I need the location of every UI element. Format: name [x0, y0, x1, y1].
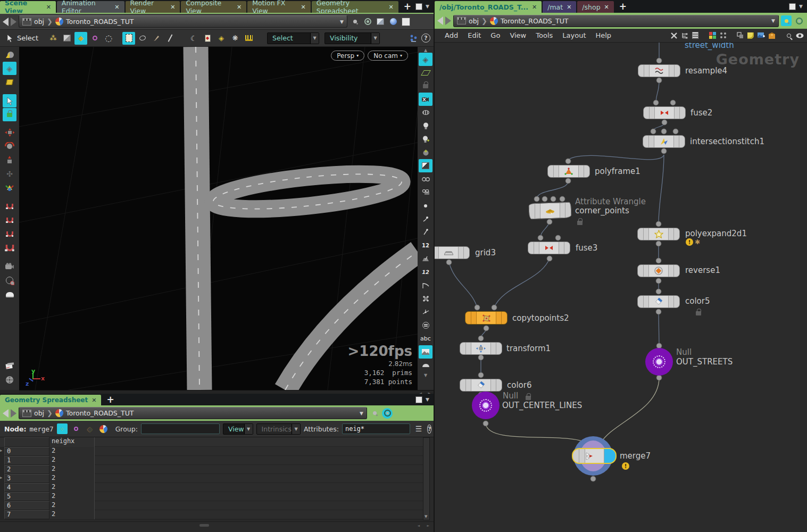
scrollbar-handle[interactable] [199, 524, 209, 527]
close-icon[interactable]: ✕ [114, 4, 119, 11]
snap-point-icon[interactable] [3, 227, 16, 240]
view-mode-dropdown[interactable]: View▼ [223, 423, 253, 435]
select-visible-only-icon[interactable]: ☾ [187, 32, 200, 45]
tab-motion-fx-view[interactable]: Motion FX View✕ [247, 1, 311, 13]
breadcrumb-context[interactable]: obj [469, 17, 479, 25]
lasso-select-icon[interactable] [136, 32, 149, 45]
scroll-down-icon[interactable]: ▼ [425, 514, 427, 519]
tab-render-view[interactable]: Render View✕ [126, 1, 180, 13]
forward-button[interactable] [11, 409, 16, 418]
close-icon[interactable]: ✕ [91, 397, 96, 404]
camera-tool-icon[interactable] [3, 260, 16, 273]
color-palette-icon[interactable] [707, 30, 718, 41]
stereo-box-icon[interactable] [419, 186, 432, 199]
background-image-add-icon[interactable] [756, 30, 767, 41]
close-icon[interactable]: ✕ [237, 4, 242, 11]
menu-edit[interactable]: Edit [463, 31, 486, 39]
show-points-icon[interactable] [419, 199, 432, 212]
tool-secure-selection-icon[interactable] [3, 108, 16, 121]
breadcrumb-node[interactable]: Toronto_ROADS_TUT [501, 17, 568, 25]
display-options-sphere-icon[interactable] [388, 16, 398, 27]
close-icon[interactable]: ✕ [532, 4, 537, 11]
prim-hulls-icon[interactable] [419, 279, 432, 292]
vector-display-icon[interactable] [419, 305, 432, 319]
shading-mode-icon[interactable] [419, 159, 432, 172]
scroll-right-icon[interactable]: ► [427, 523, 429, 527]
visibility-dropdown[interactable]: Visibility▼ [325, 32, 380, 44]
node-out-center-lines[interactable] [472, 392, 500, 419]
back-button[interactable] [437, 16, 443, 25]
snap-curve-icon[interactable] [3, 213, 16, 227]
path-dropdown-icon[interactable]: ▼ [771, 18, 775, 23]
spreadsheet-table[interactable]: neighx ▶02 12 22 ▶32 42 52 62 72 [0, 437, 423, 520]
select-whole-geometry-icon[interactable]: ◈ [215, 32, 228, 45]
select-fully-contained-icon[interactable]: ◆ [201, 32, 214, 45]
display-packed-icon[interactable] [3, 76, 16, 89]
close-icon[interactable]: ✕ [46, 4, 51, 11]
tool-pose-icon[interactable]: ✣ [3, 167, 16, 180]
takes-notes-icon[interactable] [3, 359, 16, 372]
default-lighting-icon[interactable] [419, 119, 432, 132]
pin-pane-icon[interactable] [350, 16, 360, 27]
headlight-icon[interactable] [419, 106, 432, 119]
help-icon[interactable]: ? [421, 34, 430, 43]
prim-breakpoints-icon[interactable] [419, 292, 432, 305]
path-breadcrumb[interactable]: obj ❯ Toronto_ROADS_TUT ▼ [19, 407, 367, 419]
link-group-icon[interactable] [382, 408, 393, 419]
shape-palette-icon[interactable] [718, 30, 728, 41]
tab-animation-editor[interactable]: Animation Editor✕ [57, 1, 124, 13]
table-row[interactable]: 52 [0, 492, 423, 501]
show-points-attrs-icon[interactable]: ⁘ [57, 423, 68, 434]
close-icon[interactable]: ✕ [389, 4, 394, 11]
select-by-normal-icon[interactable]: ❋ [229, 32, 242, 45]
dropdown-arrow-icon[interactable]: ▼ [244, 424, 253, 434]
column-header-neighx[interactable]: neighx [49, 437, 95, 447]
tab-scene-view[interactable]: Scene View✕ [0, 1, 56, 13]
prim-normals-icon[interactable] [419, 252, 432, 265]
asset-box-icon[interactable] [767, 30, 777, 41]
network-canvas[interactable]: Geometry street_width [435, 43, 807, 532]
color-swatch-icon[interactable] [401, 16, 411, 27]
select-vertices-icon[interactable] [88, 32, 101, 45]
link-group-icon[interactable] [362, 16, 373, 27]
table-row[interactable]: 42 [0, 483, 423, 492]
attributes-input[interactable] [342, 423, 410, 434]
path-breadcrumb[interactable]: obj ❯ Toronto_ROADS_TUT ▼ [453, 15, 779, 27]
select-edges-icon[interactable] [61, 32, 73, 45]
group-list-icon[interactable] [419, 319, 432, 332]
toolbar-options-icon[interactable] [407, 32, 420, 45]
display-group-icon[interactable] [3, 48, 16, 61]
shadows-icon[interactable] [419, 146, 432, 159]
table-row[interactable]: 22 [0, 465, 423, 474]
text-overlay-icon[interactable]: abc [419, 332, 432, 345]
point-normals-icon[interactable] [419, 226, 432, 239]
node-fuse2[interactable] [643, 106, 686, 119]
tool-handles-icon[interactable] [3, 181, 16, 194]
tab-composite-view[interactable]: Composite View✕ [181, 1, 246, 13]
node-color5[interactable] [637, 295, 680, 308]
new-tab-button[interactable]: + [102, 394, 118, 405]
show-detail-attrs-icon[interactable] [98, 423, 109, 434]
spreadsheet-hscrollbar[interactable]: ◄ ► [0, 521, 434, 529]
node-intersectionstitch1[interactable] [643, 135, 685, 148]
warning-badge-icon[interactable]: ! [622, 462, 629, 470]
subnet-view-icon[interactable] [735, 30, 745, 41]
spreadsheet-menu-icon[interactable]: ☰ [413, 423, 424, 434]
search-icon[interactable] [784, 30, 794, 41]
view-mask-icon[interactable] [3, 273, 16, 287]
viewport-hscrollbar[interactable]: ◄ ► [19, 390, 434, 394]
scroll-down-icon[interactable]: ▼ [424, 373, 427, 378]
tool-move-icon[interactable] [3, 126, 16, 139]
show-vertices-attrs-icon[interactable] [71, 423, 81, 434]
select-arrow-icon[interactable] [3, 32, 16, 45]
point-trails-icon[interactable] [419, 212, 432, 226]
dropdown-arrow-icon[interactable]: ▼ [310, 33, 319, 44]
tab-geometry-spreadsheet[interactable]: Geometry Spreadsheet✕ [0, 395, 101, 405]
back-button[interactable] [3, 18, 9, 26]
display-points-icon[interactable]: ◈ [419, 53, 432, 66]
table-row[interactable]: 12 [0, 456, 423, 465]
new-tab-button[interactable]: + [615, 1, 631, 12]
pane-menu-icon[interactable]: ▼ [426, 397, 429, 402]
no-camera-icon[interactable] [419, 93, 432, 106]
select-prims-icon[interactable]: ◆ [74, 32, 87, 45]
